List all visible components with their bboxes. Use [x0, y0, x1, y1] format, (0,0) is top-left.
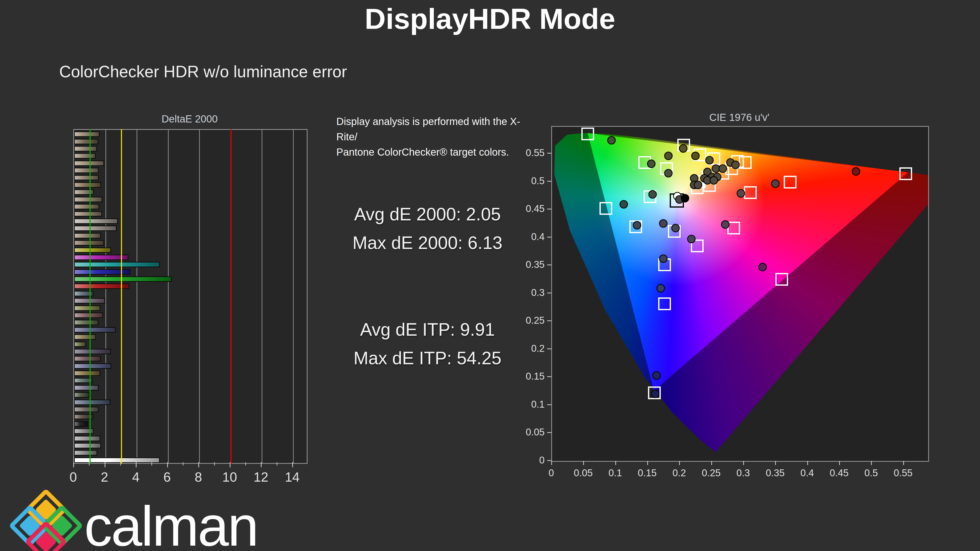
bar-x-tick — [183, 462, 183, 465]
cie-x-tick-label: 0.05 — [574, 468, 593, 478]
target-square — [744, 186, 757, 199]
cie-chart-title: CIE 1976 u'v' — [551, 112, 928, 123]
measured-point — [619, 200, 628, 209]
cie-x-tick — [775, 461, 776, 465]
cie-x-tick — [615, 461, 616, 465]
stat-max-deitp: Max dE ITP: 54.25 — [315, 348, 540, 368]
target-square — [581, 127, 594, 140]
target-square — [775, 273, 788, 286]
cie-y-tick — [547, 321, 551, 321]
measured-point — [721, 221, 730, 229]
bar-x-tick-label: 8 — [195, 469, 202, 485]
cie-y-tick — [547, 432, 551, 433]
calman-logo-icon — [15, 496, 79, 551]
target-square — [658, 297, 671, 310]
deltae-bar — [74, 320, 99, 325]
stat-max-de2000: Max dE 2000: 6.13 — [315, 233, 540, 253]
gridline — [137, 130, 137, 463]
measured-point — [659, 254, 668, 263]
cie-x-tick-label: 0.3 — [737, 468, 750, 478]
bar-x-tick — [198, 462, 199, 467]
cie-y-tick-label: 0.4 — [531, 231, 545, 242]
cie-y-axis: 00.050.10.150.20.250.30.350.40.450.50.55 — [513, 126, 551, 460]
deltae-bar — [74, 189, 94, 195]
cie-y-tick-label: 0 — [539, 455, 545, 466]
deltae-bar — [74, 160, 104, 166]
cie-y-tick — [547, 181, 551, 182]
bar-x-tick-label: 0 — [70, 469, 77, 485]
deltae-bar — [74, 276, 172, 282]
cie-x-tick — [583, 461, 584, 465]
bar-x-tick-label: 14 — [285, 469, 300, 485]
target-square — [899, 167, 912, 180]
cie-y-tick-label: 0.5 — [531, 175, 545, 186]
bar-x-tick — [73, 462, 74, 467]
measured-point — [771, 179, 780, 188]
deltae-bar — [74, 131, 100, 137]
cie-y-tick-label: 0.2 — [531, 343, 545, 354]
deltae-bar — [74, 450, 97, 456]
cie-y-tick — [547, 376, 551, 377]
measured-point — [659, 219, 668, 227]
deltae-bar — [74, 305, 100, 311]
cie-x-tick-label: 0.1 — [608, 468, 622, 478]
bar-chart-title: DeltaE 2000 — [73, 113, 306, 125]
cie-x-tick-label: 0.55 — [894, 468, 913, 478]
cie-y-tick — [547, 404, 551, 405]
cie-x-tick-label: 0.2 — [673, 468, 686, 478]
target-square — [739, 156, 752, 169]
measured-point — [719, 165, 727, 173]
deltae-bar — [74, 248, 111, 253]
gridline — [293, 130, 294, 463]
measured-point — [651, 390, 659, 398]
cie-y-tick — [547, 237, 551, 238]
measured-point — [681, 194, 689, 203]
deltae-bar — [74, 421, 88, 427]
bar-x-tick-label: 6 — [163, 469, 171, 485]
measured-point — [694, 181, 702, 189]
cie-y-tick-label: 0.05 — [526, 427, 545, 438]
bar-x-tick — [230, 462, 231, 467]
measured-point — [608, 136, 616, 144]
measured-point — [664, 151, 673, 160]
deltae-bar — [74, 370, 100, 376]
cie-x-tick — [679, 461, 680, 465]
bar-x-tick — [292, 462, 293, 467]
cie-x-axis: 00.050.10.150.20.250.30.350.40.450.50.55 — [551, 461, 928, 481]
bar-x-tick — [120, 462, 121, 465]
cie-x-tick-label: 0 — [549, 468, 554, 478]
bar-x-tick — [277, 462, 277, 465]
deltae-bar — [74, 436, 100, 441]
stat-avg-deitp: Avg dE ITP: 9.91 — [315, 319, 540, 340]
cie-y-tick-label: 0.35 — [526, 259, 545, 270]
bar-x-tick — [89, 462, 89, 465]
gridline — [262, 130, 262, 463]
deltae-bar — [74, 356, 101, 362]
deltae-bar — [74, 313, 103, 318]
cie-plot — [551, 126, 929, 462]
measured-point — [691, 151, 700, 160]
measured-point — [687, 235, 696, 243]
deltae-bar — [74, 254, 128, 260]
deltae-bar — [74, 146, 97, 151]
deltae-bar — [74, 197, 102, 202]
bar-x-tick — [105, 462, 105, 467]
deltae-bar — [74, 428, 94, 434]
cie-x-tick — [743, 461, 744, 465]
measured-point — [705, 156, 714, 165]
cie-x-tick-label: 0.45 — [830, 468, 849, 478]
page-subtitle: ColorChecker HDR w/o luminance error — [59, 62, 347, 81]
deltae-bar — [74, 385, 99, 391]
deltae-bar — [74, 175, 99, 181]
cie-x-tick-label: 0.35 — [765, 468, 784, 478]
cie-y-tick-label: 0.1 — [531, 399, 545, 410]
cie-x-tick — [551, 461, 552, 465]
measured-point — [633, 221, 641, 229]
calman-logo-text: calman — [84, 498, 258, 551]
deltae-bar — [74, 218, 118, 224]
cie-x-tick — [871, 461, 872, 465]
deltae-bar — [74, 225, 117, 231]
gridline — [105, 130, 106, 463]
measured-point — [664, 169, 673, 177]
deltae-bar — [74, 233, 101, 238]
